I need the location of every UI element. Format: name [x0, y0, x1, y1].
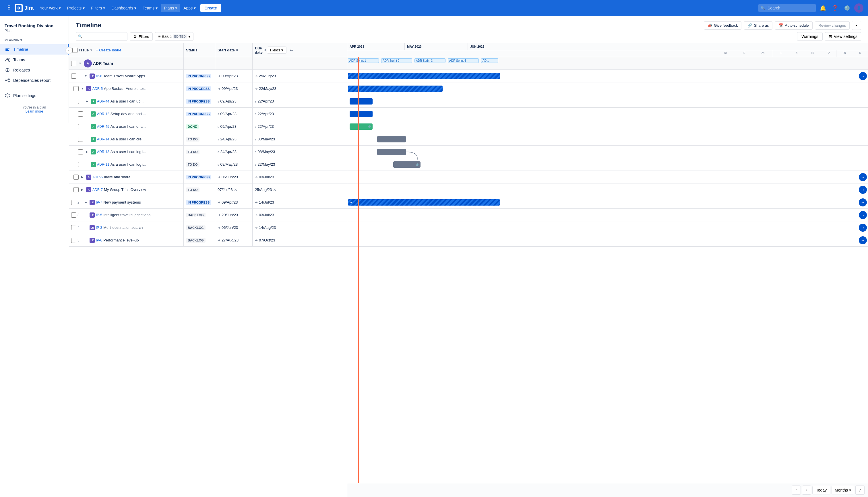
expand-ip6[interactable]	[83, 238, 88, 243]
startdate-sort-icon[interactable]: D	[236, 48, 238, 52]
settings-button[interactable]: ⚙️	[842, 3, 852, 13]
gantt-bar-adr5[interactable]	[348, 86, 443, 92]
issue-link-adr11[interactable]: ADR-11	[97, 162, 110, 167]
expand-adr5[interactable]: ▼	[80, 86, 85, 91]
nav-apps[interactable]: Apps ▾	[180, 4, 199, 12]
row-checkbox-adr44[interactable]	[78, 99, 83, 104]
expand-ip5[interactable]	[83, 212, 88, 218]
sidebar-item-plan-settings[interactable]: Plan settings	[0, 90, 69, 101]
help-button[interactable]: ❓	[830, 3, 840, 13]
row-checkbox-adr11[interactable]	[78, 162, 83, 167]
issue-link-adr5[interactable]: ADR-5	[92, 87, 103, 91]
give-feedback-button[interactable]: 📣 Give feedback	[704, 21, 741, 30]
issue-link-ip6[interactable]: IP-6	[96, 238, 102, 242]
sidebar-item-timeline[interactable]: Timeline	[0, 44, 69, 55]
gantt-today-button[interactable]: Today	[812, 486, 830, 494]
gantt-bar-adr11[interactable]: 🔗	[393, 161, 420, 168]
right-nav-ip8[interactable]: →	[859, 72, 867, 80]
issue-title-adr7[interactable]: My Group Trips Overview	[104, 187, 146, 192]
jira-logo[interactable]: Jira	[15, 4, 33, 12]
expand-adr12[interactable]	[84, 111, 89, 116]
row-checkbox-ip8[interactable]	[71, 73, 76, 79]
issue-title-adr45[interactable]: As a user I can ena...	[111, 124, 146, 129]
avatar[interactable]: 👤	[854, 3, 864, 13]
issue-title-adr5[interactable]: App Basics - Android test	[104, 86, 146, 91]
gantt-bar-adr12[interactable]	[350, 111, 373, 117]
expand-adr13[interactable]: ▶	[84, 149, 89, 155]
nav-filters[interactable]: Filters ▾	[88, 4, 108, 12]
learn-more-link[interactable]: Learn more	[26, 109, 43, 113]
issue-title-adr44[interactable]: As a user I can up...	[111, 99, 144, 103]
right-nav-ip3[interactable]: →	[859, 224, 867, 232]
sidebar-item-releases[interactable]: Releases	[0, 65, 69, 75]
filters-button[interactable]: ⚙ Filters	[130, 32, 153, 41]
expand-adr44[interactable]: ▶	[84, 99, 89, 104]
issue-link-adr6[interactable]: ADR-6	[92, 175, 103, 179]
expand-adr11[interactable]	[84, 162, 89, 167]
row-checkbox-adr7[interactable]	[73, 187, 79, 193]
select-all-checkbox[interactable]	[72, 48, 77, 53]
issue-link-adr14[interactable]: ADR-14	[97, 137, 110, 141]
issue-link-adr44[interactable]: ADR-44	[97, 99, 110, 103]
notifications-button[interactable]: 🔔	[818, 3, 828, 13]
expand-ip3[interactable]	[83, 225, 88, 230]
right-nav-adr7[interactable]: →	[859, 186, 867, 194]
gantt-bar-ip8[interactable]: →	[348, 73, 500, 79]
issue-title-adr13[interactable]: As a user I can log i...	[111, 150, 146, 154]
right-nav-adr6[interactable]: →	[859, 173, 867, 181]
issue-title-adr12[interactable]: Setup dev and and ...	[111, 112, 146, 116]
nav-your-work[interactable]: Your work ▾	[37, 4, 64, 12]
sidebar-item-teams[interactable]: Teams	[0, 55, 69, 65]
nav-plans[interactable]: Plans ▾	[161, 4, 180, 12]
gantt-next-button[interactable]: ›	[802, 485, 811, 495]
resize-icon[interactable]: ⇔	[290, 48, 293, 52]
grid-icon[interactable]: ⠿	[4, 2, 14, 14]
issue-title-adr11[interactable]: As a user I can log i...	[111, 162, 146, 167]
gantt-bar-adr44[interactable]	[350, 98, 373, 104]
issue-link-ip5[interactable]: IP-5	[96, 213, 102, 217]
group-checkbox[interactable]	[71, 61, 76, 66]
right-nav-ip6[interactable]: →	[859, 236, 867, 244]
gantt-bar-adr14[interactable]	[377, 136, 406, 142]
row-checkbox-ip7[interactable]	[71, 200, 76, 205]
issue-title-ip6[interactable]: Performance level-up	[103, 238, 139, 242]
group-expand-btn[interactable]: ▼	[77, 61, 83, 66]
review-changes-button[interactable]: Review changes	[815, 21, 850, 30]
right-nav-ip7[interactable]: →	[859, 198, 867, 207]
gantt-bar-adr45[interactable]: 🔗	[350, 124, 373, 130]
expand-ip8[interactable]: ▼	[83, 73, 88, 79]
auto-schedule-button[interactable]: 📅 Auto-schedule	[775, 21, 812, 30]
duedate-sort-icon[interactable]: D	[264, 48, 266, 52]
row-checkbox-adr5[interactable]	[73, 86, 79, 91]
issue-link-adr13[interactable]: ADR-13	[97, 150, 110, 154]
row-checkbox-adr13[interactable]	[78, 149, 83, 155]
row-checkbox-ip3[interactable]	[71, 225, 76, 230]
issue-title-adr14[interactable]: As a user I can cre...	[111, 137, 145, 141]
row-checkbox-adr6[interactable]	[73, 174, 79, 180]
create-button[interactable]: Create	[200, 4, 221, 12]
issue-link-ip3[interactable]: IP-3	[96, 226, 102, 230]
row-checkbox-adr14[interactable]	[78, 137, 83, 142]
more-options-button[interactable]: ···	[852, 21, 861, 30]
issue-link-adr45[interactable]: ADR-45	[97, 125, 110, 129]
issue-link-adr7[interactable]: ADR-7	[92, 188, 103, 192]
nav-projects[interactable]: Projects ▾	[64, 4, 88, 12]
gantt-bar-adr13[interactable]	[377, 149, 406, 155]
timeline-search-input[interactable]	[76, 32, 128, 41]
gantt-prev-button[interactable]: ‹	[792, 485, 801, 495]
row-checkbox-adr12[interactable]	[78, 111, 83, 116]
right-nav-ip5[interactable]: →	[859, 211, 867, 219]
issue-title-adr6[interactable]: Invite and share	[104, 175, 131, 179]
create-issue-button[interactable]: + Create issue	[96, 48, 121, 52]
fields-button[interactable]: Fields ▾	[267, 46, 287, 54]
basic-edited-button[interactable]: ≡ Basic EDITED ▾	[155, 32, 193, 41]
nav-dashboards[interactable]: Dashboards ▾	[108, 4, 139, 12]
issue-sort-icon[interactable]: ▾	[90, 48, 92, 52]
gantt-bar-ip7[interactable]: →	[348, 199, 500, 205]
issue-title-ip7[interactable]: New payment systems	[103, 200, 141, 204]
share-as-button[interactable]: 🔗 Share as	[744, 21, 772, 30]
expand-adr45[interactable]	[84, 124, 89, 129]
view-settings-button[interactable]: ⊟ View settings	[825, 32, 861, 41]
expand-adr6[interactable]: ▶	[80, 174, 85, 180]
gantt-months-button[interactable]: Months ▾	[831, 486, 854, 494]
